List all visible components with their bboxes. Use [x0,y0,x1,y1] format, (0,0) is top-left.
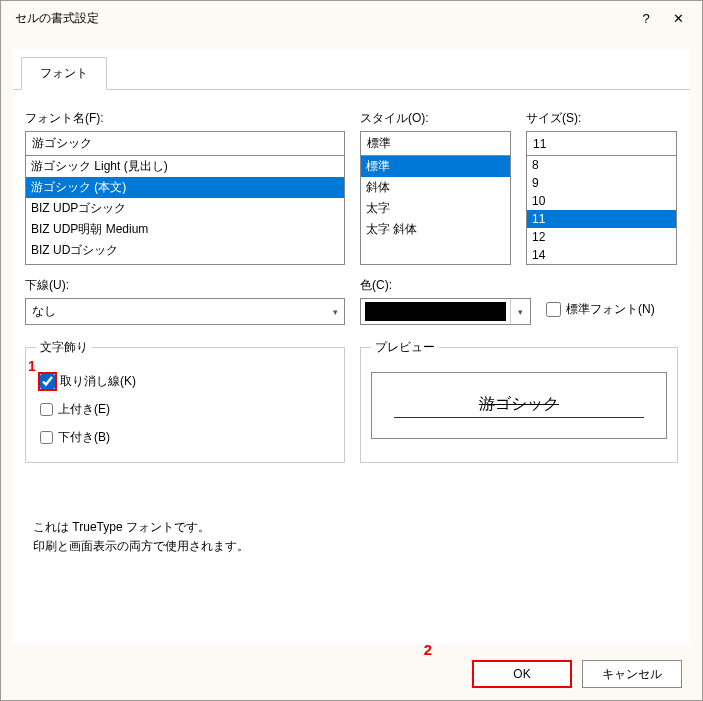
color-label: 色(C): [360,277,531,294]
list-item[interactable]: 標準 [361,156,510,177]
style-label: スタイル(O): [360,110,511,127]
color-select[interactable]: ▾ [360,298,531,325]
subscript-checkbox[interactable] [40,431,53,444]
normal-font-label: 標準フォント(N) [566,301,655,318]
annotation-2: 2 [424,641,432,658]
list-item[interactable]: 斜体 [361,177,510,198]
titlebar: セルの書式設定 ? ✕ [1,1,702,36]
list-item[interactable]: 游ゴシック Light (見出し) [26,156,344,177]
info-text: これは TrueType フォントです。 印刷と画面表示の両方で使用されます。 [25,518,678,556]
style-list[interactable]: 標準 斜体 太字 太字 斜体 [360,155,511,265]
size-label: サイズ(S): [526,110,677,127]
window-title: セルの書式設定 [15,10,630,27]
annotation-1: 1 [28,358,36,374]
tabs: フォント [13,49,690,90]
underline-label: 下線(U): [25,277,345,294]
ok-button[interactable]: OK [472,660,572,688]
normal-font-checkbox[interactable]: 標準フォント(N) [546,301,678,318]
strikethrough-label: 取り消し線(K) [60,373,136,390]
info-line-1: これは TrueType フォントです。 [33,518,678,537]
close-icon[interactable]: ✕ [662,5,694,33]
cancel-button[interactable]: キャンセル [582,660,682,688]
preview-box: 游ゴシック [371,372,667,439]
font-name-list[interactable]: 游ゴシック Light (見出し) 游ゴシック (本文) BIZ UDPゴシック… [25,155,345,265]
list-item[interactable]: BIZ UDゴシック [26,240,344,261]
info-line-2: 印刷と画面表示の両方で使用されます。 [33,537,678,556]
underline-select[interactable]: なし ▾ [25,298,345,325]
color-swatch [365,302,506,321]
help-icon[interactable]: ? [630,5,662,33]
chevron-down-icon: ▾ [333,307,338,317]
size-input[interactable] [526,131,677,156]
dialog-content: フォント フォント名(F): 游ゴシック Light (見出し) 游ゴシック (… [13,49,690,644]
size-list[interactable]: 8 9 10 11 12 14 [526,155,677,265]
list-item[interactable]: 太字 [361,198,510,219]
list-item[interactable]: 11 [527,210,676,228]
preview-legend: プレビュー [371,339,439,356]
tabpanel-font: フォント名(F): 游ゴシック Light (見出し) 游ゴシック (本文) B… [13,89,690,568]
list-item[interactable]: 太字 斜体 [361,219,510,240]
list-item[interactable]: BIZ UD明朝 Medium [26,261,344,265]
list-item[interactable]: 10 [527,192,676,210]
preview-group: プレビュー 游ゴシック [360,339,678,463]
font-name-label: フォント名(F): [25,110,345,127]
underline-value: なし [32,303,56,320]
list-item[interactable]: 8 [527,156,676,174]
list-item[interactable]: 9 [527,174,676,192]
font-name-input[interactable] [25,131,345,156]
style-input[interactable] [360,131,511,156]
subscript-label: 下付き(B) [58,429,110,446]
list-item[interactable]: 12 [527,228,676,246]
normal-font-input[interactable] [546,302,561,317]
superscript-label: 上付き(E) [58,401,110,418]
effects-legend: 文字飾り [36,339,92,356]
effects-group: 文字飾り 1 取り消し線(K) 上付き(E) 下付き(B) [25,339,345,463]
strikethrough-checkbox[interactable] [40,374,55,389]
tab-font[interactable]: フォント [21,57,107,90]
list-item[interactable]: BIZ UDP明朝 Medium [26,219,344,240]
list-item[interactable]: 游ゴシック (本文) [26,177,344,198]
list-item[interactable]: 14 [527,246,676,264]
list-item[interactable]: BIZ UDPゴシック [26,198,344,219]
preview-text: 游ゴシック [394,394,644,418]
superscript-checkbox[interactable] [40,403,53,416]
chevron-down-icon: ▾ [510,299,530,324]
